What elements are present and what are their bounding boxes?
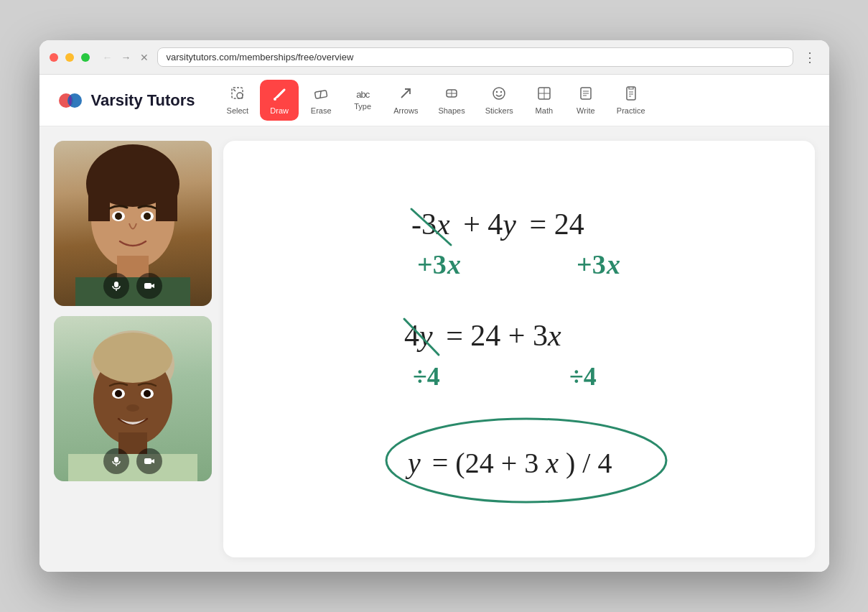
erase-label: Erase [311, 106, 332, 115]
arrows-icon [398, 85, 414, 103]
whiteboard[interactable]: -3x + 4y = 24 +3 x +3 x 4y = [223, 141, 815, 557]
more-menu-button[interactable]: ⋮ [801, 50, 819, 65]
tool-erase[interactable]: Erase [302, 80, 340, 121]
math-icon [536, 85, 552, 103]
select-label: Select [227, 106, 249, 115]
tool-arrows[interactable]: Arrows [385, 80, 426, 121]
draw-label: Draw [270, 106, 289, 115]
svg-point-48 [115, 390, 122, 397]
svg-text:+3: +3 [417, 249, 447, 279]
erase-icon [313, 85, 329, 103]
svg-point-3 [237, 93, 243, 98]
video-card-person2 [54, 316, 212, 481]
svg-text:x: x [447, 249, 461, 279]
tool-math[interactable]: Math [525, 80, 564, 121]
video-card-person1 [54, 141, 212, 306]
stickers-icon [491, 85, 507, 103]
tool-write[interactable]: Write [566, 80, 605, 121]
math-content: -3x + 4y = 24 +3 x +3 x 4y = [245, 162, 793, 536]
tool-stickers[interactable]: Stickers [477, 80, 522, 121]
practice-icon [623, 85, 639, 103]
shapes-label: Shapes [438, 106, 465, 115]
shapes-icon [444, 85, 459, 103]
video-controls-person1 [103, 273, 162, 299]
app-header: Varsity Tutors Select [39, 75, 829, 126]
svg-point-14 [496, 91, 498, 93]
svg-text:y
            = (24 + 3
      : y = (24 + 3 x ) / 4 [405, 447, 612, 479]
svg-text:4y
             = 24 + 3x: 4y = 24 + 3x [404, 319, 561, 352]
svg-text:+3: +3 [577, 249, 606, 279]
type-icon: abc [356, 90, 369, 99]
video-controls-person2 [103, 448, 162, 474]
maximize-button[interactable] [81, 53, 90, 62]
svg-text:x: x [606, 249, 620, 279]
tool-shapes[interactable]: Shapes [429, 80, 473, 121]
svg-point-50 [126, 404, 139, 412]
svg-point-49 [144, 390, 151, 397]
svg-point-37 [144, 213, 151, 220]
type-label: Type [354, 102, 371, 111]
select-icon [230, 85, 246, 103]
cam-button-person2[interactable] [136, 448, 162, 474]
stickers-label: Stickers [485, 106, 513, 115]
arrows-label: Arrows [393, 106, 418, 115]
svg-rect-31 [156, 178, 177, 221]
svg-text:-3x
             + 4y
        : -3x + 4y = 24 [411, 208, 584, 241]
write-label: Write [577, 106, 594, 115]
svg-rect-38 [114, 282, 118, 287]
svg-point-13 [493, 88, 505, 99]
browser-window: ← → ✕ varsitytutors.com/memberships/free… [39, 40, 829, 572]
close-button[interactable] [50, 53, 58, 62]
video-panel [54, 141, 212, 557]
browser-nav: ← → ✕ [101, 50, 150, 65]
svg-line-9 [401, 89, 410, 98]
cam-button-person1[interactable] [136, 273, 162, 299]
browser-chrome: ← → ✕ varsitytutors.com/memberships/free… [39, 40, 829, 75]
svg-rect-53 [144, 458, 151, 464]
svg-line-4 [233, 89, 235, 91]
svg-rect-51 [114, 457, 118, 463]
mic-button-person1[interactable] [103, 273, 129, 299]
svg-text:÷4: ÷4 [413, 362, 440, 391]
practice-label: Practice [617, 106, 645, 115]
toolbar: Select Draw [218, 80, 654, 121]
tool-practice[interactable]: Practice [608, 80, 654, 121]
tool-type[interactable]: abc Type [343, 84, 382, 116]
svg-rect-40 [144, 283, 151, 289]
svg-point-43 [93, 333, 172, 383]
app-body: -3x + 4y = 24 +3 x +3 x 4y = [39, 126, 829, 572]
write-icon [578, 85, 594, 103]
svg-point-6 [274, 98, 276, 101]
svg-point-15 [500, 91, 502, 93]
draw-icon [271, 85, 287, 103]
logo-area: Varsity Tutors [57, 87, 195, 114]
reload-button[interactable]: ✕ [139, 50, 150, 65]
logo-icon [57, 87, 84, 114]
tool-select[interactable]: Select [218, 80, 258, 121]
svg-line-8 [320, 91, 321, 98]
mic-button-person2[interactable] [103, 448, 129, 474]
minimize-button[interactable] [65, 53, 74, 62]
math-label: Math [536, 106, 553, 115]
math-svg: -3x + 4y = 24 +3 x +3 x 4y = [332, 162, 706, 536]
svg-point-36 [115, 213, 122, 220]
svg-rect-30 [88, 178, 110, 221]
url-bar[interactable]: varsitytutors.com/memberships/free/overv… [157, 47, 793, 67]
tool-draw[interactable]: Draw [260, 80, 299, 121]
forward-button[interactable]: → [120, 50, 133, 65]
logo-text: Varsity Tutors [91, 91, 195, 110]
svg-text:÷4: ÷4 [569, 362, 597, 391]
back-button[interactable]: ← [101, 50, 114, 65]
